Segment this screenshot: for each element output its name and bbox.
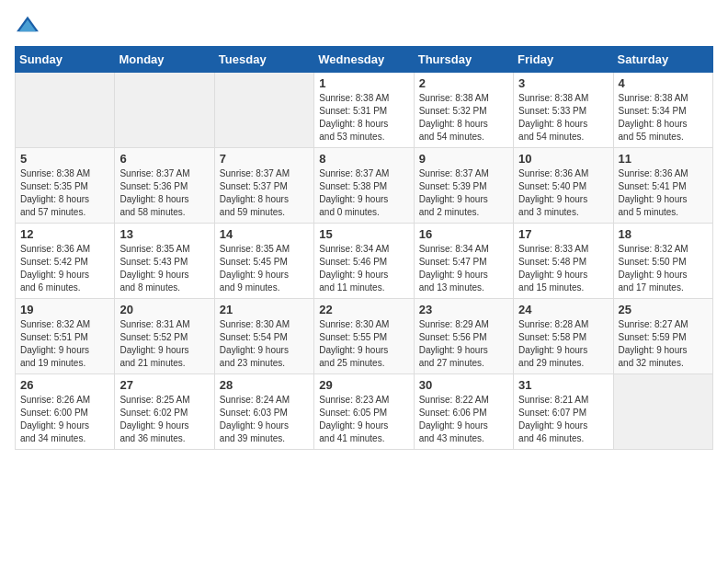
calendar-cell: 30Sunrise: 8:22 AM Sunset: 6:06 PM Dayli… — [414, 374, 513, 450]
day-info: Sunrise: 8:26 AM Sunset: 6:00 PM Dayligh… — [20, 394, 109, 445]
calendar-cell — [16, 73, 115, 148]
day-number: 4 — [619, 76, 708, 90]
day-info: Sunrise: 8:37 AM Sunset: 5:38 PM Dayligh… — [319, 167, 408, 219]
calendar-cell: 16Sunrise: 8:34 AM Sunset: 5:47 PM Dayli… — [414, 224, 513, 299]
calendar-cell: 6Sunrise: 8:37 AM Sunset: 5:36 PM Daylig… — [115, 148, 214, 224]
calendar-cell: 20Sunrise: 8:31 AM Sunset: 5:52 PM Dayli… — [115, 299, 214, 374]
calendar-week-row: 26Sunrise: 8:26 AM Sunset: 6:00 PM Dayli… — [16, 374, 713, 450]
day-info: Sunrise: 8:32 AM Sunset: 5:51 PM Dayligh… — [20, 318, 109, 370]
calendar-cell: 31Sunrise: 8:21 AM Sunset: 6:07 PM Dayli… — [514, 374, 613, 450]
calendar-cell: 5Sunrise: 8:38 AM Sunset: 5:35 PM Daylig… — [16, 148, 115, 224]
page: SundayMondayTuesdayWednesdayThursdayFrid… — [0, 0, 728, 465]
calendar-cell: 4Sunrise: 8:38 AM Sunset: 5:34 PM Daylig… — [613, 73, 712, 148]
calendar-cell: 11Sunrise: 8:36 AM Sunset: 5:41 PM Dayli… — [613, 148, 712, 224]
calendar-cell: 26Sunrise: 8:26 AM Sunset: 6:00 PM Dayli… — [16, 374, 115, 450]
calendar-cell: 29Sunrise: 8:23 AM Sunset: 6:05 PM Dayli… — [314, 374, 414, 450]
day-info: Sunrise: 8:38 AM Sunset: 5:31 PM Dayligh… — [319, 92, 408, 144]
calendar-cell: 2Sunrise: 8:38 AM Sunset: 5:32 PM Daylig… — [414, 73, 513, 148]
day-number: 21 — [220, 303, 309, 316]
calendar-week-row: 5Sunrise: 8:38 AM Sunset: 5:35 PM Daylig… — [16, 148, 713, 224]
day-info: Sunrise: 8:37 AM Sunset: 5:37 PM Dayligh… — [220, 167, 309, 219]
day-info: Sunrise: 8:25 AM Sunset: 6:02 PM Dayligh… — [119, 394, 209, 445]
day-info: Sunrise: 8:23 AM Sunset: 6:05 PM Dayligh… — [319, 394, 408, 445]
day-info: Sunrise: 8:27 AM Sunset: 5:59 PM Dayligh… — [619, 318, 708, 370]
day-number: 1 — [319, 76, 408, 90]
day-number: 22 — [319, 303, 408, 316]
day-number: 30 — [419, 378, 508, 392]
day-number: 7 — [220, 152, 309, 166]
calendar-cell: 3Sunrise: 8:38 AM Sunset: 5:33 PM Daylig… — [514, 73, 613, 148]
day-info: Sunrise: 8:38 AM Sunset: 5:32 PM Dayligh… — [419, 92, 508, 144]
calendar-table: SundayMondayTuesdayWednesdayThursdayFrid… — [15, 46, 713, 450]
logo — [15, 15, 44, 35]
calendar-cell: 19Sunrise: 8:32 AM Sunset: 5:51 PM Dayli… — [16, 299, 115, 374]
day-number: 15 — [319, 227, 408, 241]
day-number: 16 — [419, 227, 508, 241]
calendar-week-row: 1Sunrise: 8:38 AM Sunset: 5:31 PM Daylig… — [16, 73, 713, 148]
logo-icon — [15, 15, 40, 35]
calendar-cell: 8Sunrise: 8:37 AM Sunset: 5:38 PM Daylig… — [314, 148, 414, 224]
calendar-cell — [115, 73, 214, 148]
day-number: 11 — [619, 152, 708, 166]
day-info: Sunrise: 8:33 AM Sunset: 5:48 PM Dayligh… — [518, 243, 608, 294]
day-number: 29 — [319, 378, 408, 392]
day-number: 2 — [419, 76, 508, 90]
day-number: 13 — [119, 227, 209, 241]
day-info: Sunrise: 8:22 AM Sunset: 6:06 PM Dayligh… — [419, 394, 508, 445]
calendar-day-header: Wednesday — [314, 47, 414, 73]
day-number: 24 — [518, 303, 608, 316]
day-number: 31 — [518, 378, 608, 392]
calendar-cell: 10Sunrise: 8:36 AM Sunset: 5:40 PM Dayli… — [514, 148, 613, 224]
day-number: 6 — [119, 152, 209, 166]
day-info: Sunrise: 8:29 AM Sunset: 5:56 PM Dayligh… — [419, 318, 508, 370]
day-info: Sunrise: 8:37 AM Sunset: 5:39 PM Dayligh… — [419, 167, 508, 219]
day-number: 5 — [20, 152, 109, 166]
day-info: Sunrise: 8:36 AM Sunset: 5:42 PM Dayligh… — [20, 243, 109, 294]
day-info: Sunrise: 8:34 AM Sunset: 5:46 PM Dayligh… — [319, 243, 408, 294]
calendar-cell: 25Sunrise: 8:27 AM Sunset: 5:59 PM Dayli… — [613, 299, 712, 374]
day-info: Sunrise: 8:38 AM Sunset: 5:35 PM Dayligh… — [20, 167, 109, 219]
day-number: 17 — [518, 227, 608, 241]
day-number: 9 — [419, 152, 508, 166]
day-info: Sunrise: 8:34 AM Sunset: 5:47 PM Dayligh… — [419, 243, 508, 294]
calendar-cell: 23Sunrise: 8:29 AM Sunset: 5:56 PM Dayli… — [414, 299, 513, 374]
calendar-cell: 22Sunrise: 8:30 AM Sunset: 5:55 PM Dayli… — [314, 299, 414, 374]
day-info: Sunrise: 8:32 AM Sunset: 5:50 PM Dayligh… — [619, 243, 708, 294]
day-info: Sunrise: 8:35 AM Sunset: 5:43 PM Dayligh… — [119, 243, 209, 294]
day-info: Sunrise: 8:36 AM Sunset: 5:41 PM Dayligh… — [619, 167, 708, 219]
calendar-cell — [214, 73, 313, 148]
calendar-day-header: Saturday — [613, 47, 712, 73]
day-number: 18 — [619, 227, 708, 241]
calendar-day-header: Tuesday — [214, 47, 313, 73]
day-number: 10 — [518, 152, 608, 166]
day-number: 3 — [518, 76, 608, 90]
day-number: 19 — [20, 303, 109, 316]
day-info: Sunrise: 8:35 AM Sunset: 5:45 PM Dayligh… — [220, 243, 309, 294]
day-number: 26 — [20, 378, 109, 392]
calendar-cell: 21Sunrise: 8:30 AM Sunset: 5:54 PM Dayli… — [214, 299, 313, 374]
calendar-day-header: Friday — [514, 47, 613, 73]
calendar-cell: 9Sunrise: 8:37 AM Sunset: 5:39 PM Daylig… — [414, 148, 513, 224]
day-info: Sunrise: 8:30 AM Sunset: 5:54 PM Dayligh… — [220, 318, 309, 370]
day-number: 8 — [319, 152, 408, 166]
calendar-cell: 12Sunrise: 8:36 AM Sunset: 5:42 PM Dayli… — [16, 224, 115, 299]
day-info: Sunrise: 8:37 AM Sunset: 5:36 PM Dayligh… — [119, 167, 209, 219]
day-info: Sunrise: 8:38 AM Sunset: 5:34 PM Dayligh… — [619, 92, 708, 144]
calendar-cell: 24Sunrise: 8:28 AM Sunset: 5:58 PM Dayli… — [514, 299, 613, 374]
day-info: Sunrise: 8:36 AM Sunset: 5:40 PM Dayligh… — [518, 167, 608, 219]
day-number: 27 — [119, 378, 209, 392]
day-number: 14 — [220, 227, 309, 241]
calendar-cell — [613, 374, 712, 450]
day-number: 20 — [119, 303, 209, 316]
day-number: 12 — [20, 227, 109, 241]
calendar-cell: 27Sunrise: 8:25 AM Sunset: 6:02 PM Dayli… — [115, 374, 214, 450]
day-info: Sunrise: 8:38 AM Sunset: 5:33 PM Dayligh… — [518, 92, 608, 144]
header — [15, 15, 713, 35]
calendar-day-header: Sunday — [16, 47, 115, 73]
day-info: Sunrise: 8:28 AM Sunset: 5:58 PM Dayligh… — [518, 318, 608, 370]
calendar-cell: 14Sunrise: 8:35 AM Sunset: 5:45 PM Dayli… — [214, 224, 313, 299]
calendar-cell: 7Sunrise: 8:37 AM Sunset: 5:37 PM Daylig… — [214, 148, 313, 224]
calendar-week-row: 12Sunrise: 8:36 AM Sunset: 5:42 PM Dayli… — [16, 224, 713, 299]
calendar-day-header: Monday — [115, 47, 214, 73]
day-info: Sunrise: 8:31 AM Sunset: 5:52 PM Dayligh… — [119, 318, 209, 370]
